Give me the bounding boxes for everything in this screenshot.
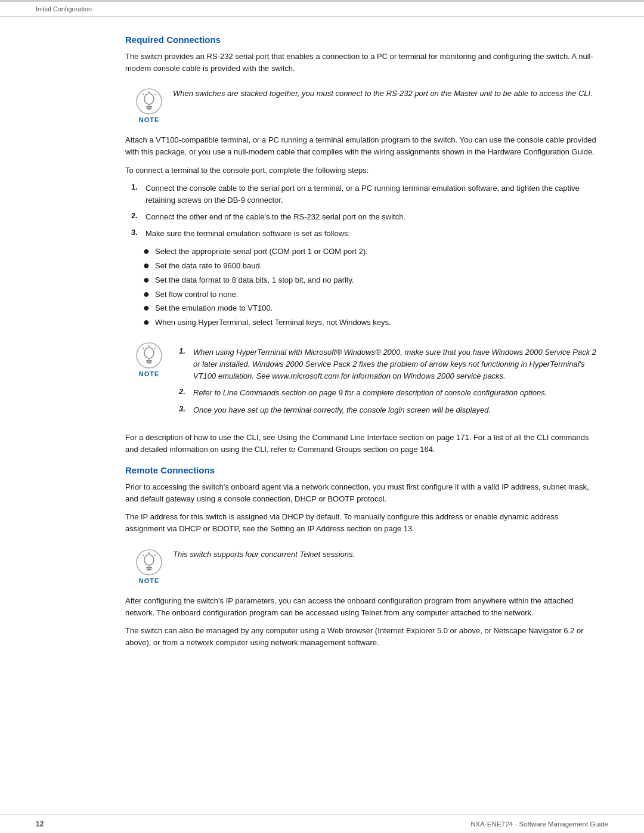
- svg-line-23: [154, 555, 156, 556]
- bullet-item-3: ●Set flow control to none.: [143, 289, 596, 301]
- sub-step-1-text: When using HyperTerminal with Microsoft®…: [193, 346, 596, 382]
- svg-rect-4: [147, 108, 151, 110]
- step-3: 3. Make sure the terminal emulation soft…: [131, 228, 596, 240]
- sub-step-1: 1. When using HyperTerminal with Microso…: [179, 346, 596, 382]
- bulb-icon-1: [135, 88, 163, 115]
- footer-page-number: 12: [36, 820, 44, 828]
- svg-line-22: [143, 555, 144, 556]
- svg-rect-11: [146, 360, 152, 362]
- note-label-2: NOTE: [139, 370, 160, 377]
- sub-step-3-num: 3.: [179, 404, 193, 413]
- bullet-text-4: Set the emulation mode to VT100.: [155, 302, 273, 314]
- step-2-num: 2.: [131, 211, 145, 220]
- bullet-dot-0: ●: [143, 246, 151, 258]
- note-text-1: When switches are stacked together, you …: [173, 85, 596, 100]
- step-1-num: 1.: [131, 182, 145, 191]
- svg-line-15: [154, 348, 156, 349]
- remote-connections-para4: The switch can also be managed by any co…: [125, 625, 596, 649]
- bullet-text-5: When using HyperTerminal, select Termina…: [155, 317, 391, 329]
- steps-list-1: 1. Connect the console cable to the seri…: [131, 182, 596, 240]
- step-2: 2. Connect the other end of the cable's …: [131, 211, 596, 223]
- step-1: 1. Connect the console cable to the seri…: [131, 182, 596, 206]
- bullet-list: ●Select the appropriate serial port (COM…: [143, 246, 596, 329]
- bullet-item-5: ●When using HyperTerminal, select Termin…: [143, 317, 596, 329]
- sub-step-3-text: Once you have set up the terminal correc…: [193, 404, 596, 416]
- bullet-dot-4: ●: [143, 302, 151, 314]
- sub-step-3: 3. Once you have set up the terminal cor…: [179, 404, 596, 416]
- svg-rect-12: [147, 362, 151, 364]
- remote-connections-para1: Prior to accessing the switch's onboard …: [125, 481, 596, 505]
- step-1-text: Connect the console cable to the serial …: [145, 182, 596, 206]
- bullet-item-2: ●Set the data format to 8 data bits, 1 s…: [143, 274, 596, 286]
- remote-connections-para2: The IP address for this switch is assign…: [125, 511, 596, 535]
- note-box-1: NOTE When switches are stacked together,…: [125, 85, 596, 123]
- note-icon-col-2: NOTE: [125, 339, 173, 377]
- note-label-3: NOTE: [139, 577, 160, 584]
- content-area: Required Connections The switch provides…: [0, 17, 644, 690]
- step-3-text: Make sure the terminal emulation softwar…: [145, 228, 596, 240]
- footer-bar: 12 NXA-ENET24 - Software Management Guid…: [0, 815, 644, 833]
- note-box-2: NOTE 1. When using HyperTerminal with Mi…: [125, 339, 596, 421]
- bullet-dot-3: ●: [143, 289, 151, 301]
- required-connections-para2: Attach a VT100-compatible terminal, or a…: [125, 134, 596, 158]
- required-connections-para4: For a description of how to use the CLI,…: [125, 432, 596, 456]
- remote-connections-title: Remote Connections: [125, 465, 596, 475]
- required-connections-para3: To connect a terminal to the console por…: [125, 165, 596, 176]
- note-text-3: This switch supports four concurrent Tel…: [173, 546, 596, 561]
- svg-line-7: [154, 94, 156, 95]
- remote-connections-para3: After configuring the switch's IP parame…: [125, 595, 596, 619]
- bullet-dot-1: ●: [143, 260, 151, 272]
- step-3-num: 3.: [131, 228, 145, 237]
- svg-point-1: [144, 94, 154, 104]
- note-2-content: 1. When using HyperTerminal with Microso…: [173, 339, 596, 421]
- bullet-dot-5: ●: [143, 317, 151, 329]
- bullet-item-4: ●Set the emulation mode to VT100.: [143, 302, 596, 314]
- note-box-3: NOTE This switch supports four concurren…: [125, 546, 596, 584]
- sub-step-2: 2. Refer to Line Commands section on pag…: [179, 387, 596, 399]
- step-2-text: Connect the other end of the cable's to …: [145, 211, 596, 223]
- bullet-text-3: Set flow control to none.: [155, 289, 238, 301]
- bullet-item-1: ●Set the data rate to 9600 baud.: [143, 260, 596, 272]
- bullet-text-0: Select the appropriate serial port (COM …: [155, 246, 368, 258]
- svg-line-6: [143, 94, 144, 95]
- required-connections-para1: The switch provides an RS-232 serial por…: [125, 51, 596, 75]
- bullet-item-0: ●Select the appropriate serial port (COM…: [143, 246, 596, 258]
- sub-steps-list: 1. When using HyperTerminal with Microso…: [179, 346, 596, 416]
- svg-point-17: [144, 555, 154, 565]
- footer-guide-title: NXA-ENET24 - Software Management Guide: [470, 820, 608, 828]
- bulb-icon-3: [135, 549, 163, 576]
- sub-step-2-num: 2.: [179, 387, 193, 396]
- svg-rect-20: [147, 569, 151, 571]
- bullet-text-1: Set the data rate to 9600 baud.: [155, 260, 262, 272]
- svg-point-9: [144, 348, 154, 358]
- page-wrapper: Initial Configuration Required Connectio…: [0, 0, 644, 833]
- breadcrumb: Initial Configuration: [0, 2, 644, 17]
- svg-rect-3: [146, 106, 152, 108]
- bulb-icon-2: [135, 342, 163, 369]
- svg-rect-19: [146, 567, 152, 569]
- sub-step-2-text: Refer to Line Commands section on page 9…: [193, 387, 596, 399]
- note-icon-col-1: NOTE: [125, 85, 173, 123]
- required-connections-title: Required Connections: [125, 35, 596, 45]
- note-icon-col-3: NOTE: [125, 546, 173, 584]
- bullet-text-2: Set the data format to 8 data bits, 1 st…: [155, 274, 354, 286]
- svg-line-14: [143, 348, 144, 349]
- bullet-dot-2: ●: [143, 274, 151, 286]
- sub-step-1-num: 1.: [179, 346, 193, 355]
- note-label-1: NOTE: [139, 116, 160, 123]
